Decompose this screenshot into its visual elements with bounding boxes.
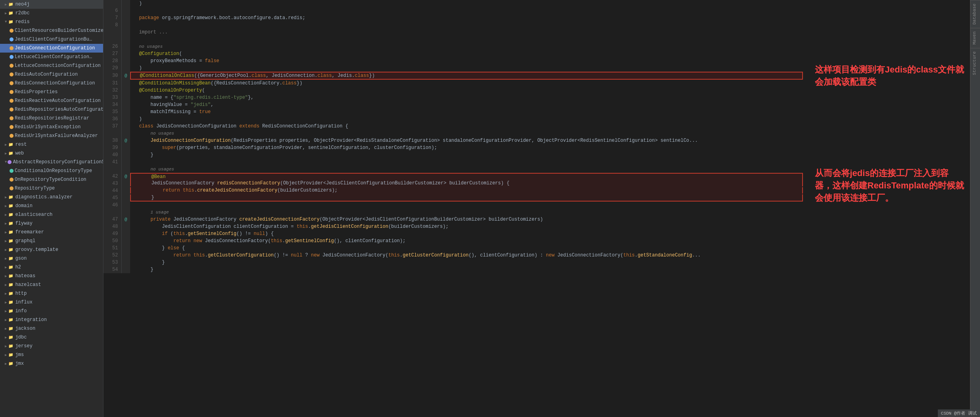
sidebar-item-r2dbc[interactable]: 📁 r2dbc (0, 9, 103, 18)
sidebar-item-influx[interactable]: 📁 influx (0, 298, 103, 307)
sidebar-item-redis-reactive[interactable]: RedisReactiveAutoConfiguration (0, 96, 103, 105)
expand-arrow-icon (5, 230, 7, 235)
sidebar-item-diagnostics[interactable]: 📁 diagnostics.analyzer (0, 193, 103, 202)
right-tab-database[interactable]: Database (970, 0, 980, 28)
class-dot-icon (10, 81, 14, 85)
code-line-45: 45 } (103, 194, 803, 202)
sidebar-item-redis-repos-reg[interactable]: RedisRepositoriesRegistrar (0, 114, 103, 123)
sidebar-item-lettuce-client[interactable]: LettuceClientConfigurationBuilderCusto..… (0, 53, 103, 61)
expand-arrow-icon (5, 248, 7, 252)
code-line-42: 42 @ @Bean (103, 173, 803, 180)
sidebar-item-on-repo-condition[interactable]: OnRepositoryTypeCondition (0, 175, 103, 184)
sidebar-item-http[interactable]: 📁 http (0, 289, 103, 298)
class-dot-icon (10, 116, 14, 120)
sidebar-item-hazelcast[interactable]: 📁 hazelcast (0, 280, 103, 289)
sidebar-item-jedis-client-config[interactable]: JedisClientConfigurationBuilderCustomiz.… (0, 35, 103, 44)
sidebar-item-rest[interactable]: 📁 rest (0, 140, 103, 149)
folder-icon: 📁 (8, 255, 14, 262)
sidebar-item-label: ClientResourcesBuilderCustomizer (15, 28, 103, 33)
sidebar-item-label: RedisAutoConfiguration (15, 72, 78, 77)
sidebar-item-client-resources[interactable]: ClientResourcesBuilderCustomizer (0, 26, 103, 35)
sidebar-item-label: hazelcast (15, 282, 41, 288)
sidebar-item-redis-repos-auto[interactable]: RedisRepositoriesAutoConfiguration (0, 105, 103, 114)
sidebar-item-abstract-repo[interactable]: AbstractRepositoryConfigurationSourceSup… (0, 158, 103, 166)
folder-icon: 📁 (8, 229, 14, 235)
annotation-panel: 这样项目检测到有Jedis的class文件就会加载该配置类 从而会将jedis的… (803, 0, 970, 417)
sidebar-item-label: RedisUrlSyntaxFailureAnalyzer (15, 133, 98, 139)
folder-icon: 📁 (8, 308, 14, 314)
right-tab-structure[interactable]: Structure (970, 48, 980, 78)
code-line: no usages (103, 130, 803, 137)
sidebar-item-label: jersey (15, 343, 32, 349)
sidebar-item-jackson[interactable]: 📁 jackson (0, 324, 103, 333)
sidebar-item-redis[interactable]: 📁 redis (0, 18, 103, 26)
code-line: 37 class JedisConnectionConfiguration ex… (103, 123, 803, 130)
sidebar-item-jms[interactable]: 📁 jms (0, 350, 103, 359)
class-dot-icon (10, 64, 14, 68)
sidebar-item-neo4j[interactable]: 📁 neo4j (0, 0, 103, 9)
code-line: 52 return this.getClusterConfiguration()… (103, 252, 803, 259)
sidebar-item-redis-connection-config[interactable]: RedisConnectionConfiguration (0, 79, 103, 88)
sidebar-item-redis-auto[interactable]: RedisAutoConfiguration (0, 70, 103, 79)
code-line-44: 44 return this.createJedisConnectionFact… (103, 187, 803, 194)
csdn-watermark: CSDN @作者 调试 (941, 410, 977, 416)
sidebar-item-label: rest (15, 142, 27, 147)
folder-icon: 📁 (8, 247, 14, 253)
expand-arrow-icon (5, 292, 7, 296)
class-dot-icon (10, 72, 14, 76)
sidebar-item-repo-type[interactable]: RepositoryType (0, 184, 103, 193)
sidebar-item-freemarker[interactable]: 📁 freemarker (0, 228, 103, 237)
sidebar-item-lettuce-connection[interactable]: LettuceConnectionConfiguration (0, 61, 103, 70)
code-line: 39 super(properties, standaloneConfigura… (103, 144, 803, 151)
sidebar-item-conditional-repo[interactable]: ConditionalOnRepositoryType (0, 166, 103, 175)
chinese-annotation-2: 从而会将jedis的连接工厂注入到容器，这样创建RedisTemplate的时候… (815, 167, 966, 204)
sidebar-item-label: graphql (15, 238, 35, 244)
gutter-marker-icon: @ (125, 138, 127, 143)
sidebar-item-info[interactable]: 📁 info (0, 307, 103, 315)
sidebar-item-redis-url-ex[interactable]: RedisUrlSyntaxException (0, 123, 103, 131)
expand-arrow-icon (5, 327, 7, 331)
sidebar-item-domain[interactable]: 📁 domain (0, 202, 103, 210)
sidebar-item-label: LettuceConnectionConfiguration (15, 63, 101, 69)
folder-icon: 📁 (8, 211, 14, 218)
code-line-47: 47 @ private JedisConnectionFactory crea… (103, 216, 803, 223)
sidebar-item-groovy-template[interactable]: 📁 groovy.template (0, 245, 103, 254)
folder-icon: 📁 (8, 273, 14, 279)
sidebar-item-jedis-connection-config[interactable]: JedisConnectionConfiguration (0, 44, 103, 53)
sidebar-item-gson[interactable]: 📁 gson (0, 254, 103, 263)
code-editor[interactable]: ) 6 7 package org.springframework.boot.a… (103, 0, 803, 417)
sidebar-item-graphql[interactable]: 📁 graphql (0, 237, 103, 245)
expand-arrow-icon (5, 221, 7, 226)
sidebar-item-label: JedisClientConfigurationBuilderCustomiz.… (15, 37, 94, 42)
right-tab-maven[interactable]: Maven (970, 28, 980, 48)
expand-arrow-icon (5, 151, 7, 156)
sidebar-item-integration[interactable]: 📁 integration (0, 315, 103, 324)
right-sidebar: Database Maven Structure (970, 0, 980, 417)
interface-dot-icon (10, 37, 14, 41)
sidebar-item-jdbc[interactable]: 📁 jdbc (0, 333, 103, 342)
sidebar-item-web[interactable]: 📁 web (0, 149, 103, 158)
sidebar-item-jersey[interactable]: 📁 jersey (0, 342, 103, 350)
sidebar-item-jmx[interactable]: 📁 jmx (0, 359, 103, 368)
code-table: ) 6 7 package org.springframework.boot.a… (103, 0, 803, 273)
sidebar-item-label: OnRepositoryTypeCondition (15, 177, 86, 182)
sidebar-item-flyway[interactable]: 📁 flyway (0, 219, 103, 228)
sidebar-item-label: neo4j (15, 2, 29, 7)
expand-arrow-icon (5, 309, 7, 313)
sidebar-item-h2[interactable]: 📁 h2 (0, 263, 103, 272)
class-dot-icon (10, 178, 14, 182)
code-line: 36 ) (103, 116, 803, 123)
sidebar-item-redis-properties[interactable]: RedisProperties (0, 88, 103, 96)
expand-arrow-icon (5, 204, 7, 208)
sidebar-item-label: h2 (15, 264, 21, 270)
sidebar-item-label: RedisReactiveAutoConfiguration (15, 98, 101, 104)
folder-icon: 📁 (8, 1, 14, 8)
folder-icon: 📁 (8, 282, 14, 288)
code-line: 31 @ConditionalOnMissingBean({RedisConne… (103, 80, 803, 87)
code-line-38: 38 @ JedisConnectionConfiguration(RedisP… (103, 137, 803, 144)
sidebar-item-hateoas[interactable]: 📁 hateoas (0, 272, 103, 280)
sidebar-item-elasticsearch[interactable]: 📁 elasticsearch (0, 210, 103, 219)
expand-arrow-icon (5, 239, 7, 243)
sidebar-item-redis-url-fail[interactable]: RedisUrlSyntaxFailureAnalyzer (0, 131, 103, 140)
folder-icon: 📁 (8, 334, 14, 341)
